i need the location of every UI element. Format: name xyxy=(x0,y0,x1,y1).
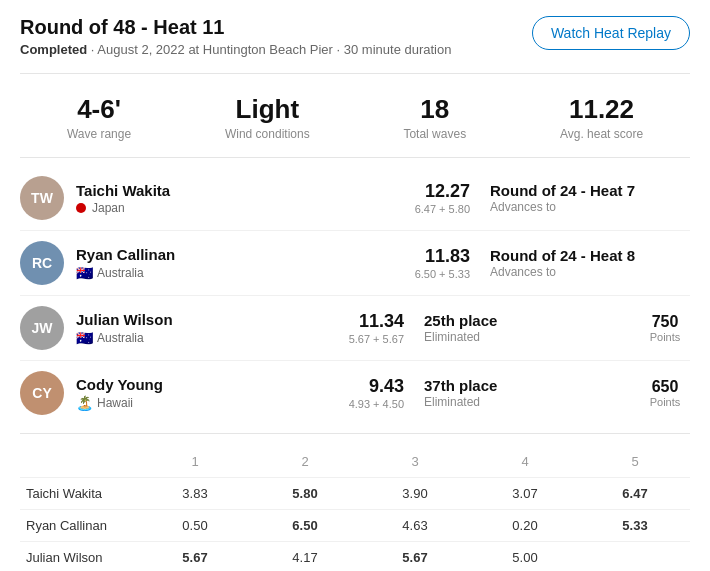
avatar: RC xyxy=(20,241,64,285)
competitor-name: Ryan Callinan xyxy=(76,246,390,263)
result-title: Round of 24 - Heat 7 xyxy=(490,182,690,199)
competitors-section: TW Taichi Wakita Japan 12.27 6.47 + 5.80… xyxy=(20,158,690,434)
country-name: Hawaii xyxy=(97,396,133,410)
watch-replay-button[interactable]: Watch Heat Replay xyxy=(532,16,690,50)
table-athlete-name: Julian Wilson xyxy=(20,542,140,572)
result-block: Round of 24 - Heat 8 Advances to xyxy=(490,247,690,279)
stat-value: 11.22 xyxy=(560,94,643,125)
status-badge: Completed xyxy=(20,42,87,57)
stat-item: 4-6' Wave range xyxy=(67,94,131,141)
page-title: Round of 48 - Heat 11 xyxy=(20,16,451,39)
result-block: 25th place Eliminated xyxy=(424,312,624,344)
points-block: 650 Points xyxy=(640,378,690,408)
table-athlete-name: Ryan Callinan xyxy=(20,510,140,542)
result-subtitle: Eliminated xyxy=(424,330,624,344)
result-subtitle: Advances to xyxy=(490,265,690,279)
table-score-cell: 6.47 xyxy=(580,478,690,510)
table-athlete-name: Taichi Wakita xyxy=(20,478,140,510)
country-dot xyxy=(76,203,86,213)
stat-item: 18 Total waves xyxy=(403,94,466,141)
table-score-cell xyxy=(580,542,690,572)
table-score-cell: 0.50 xyxy=(140,510,250,542)
result-subtitle: Advances to xyxy=(490,200,690,214)
competitor-name: Julian Wilson xyxy=(76,311,324,328)
competitor-name: Cody Young xyxy=(76,376,324,393)
points-block: 750 Points xyxy=(640,313,690,343)
table-name-header xyxy=(20,450,140,478)
main-score: 9.43 xyxy=(324,376,404,397)
competitor-row: JW Julian Wilson 🇦🇺 Australia 11.34 5.67… xyxy=(20,296,690,361)
sub-score: 4.93 + 4.50 xyxy=(324,398,404,410)
table-score-cell: 5.00 xyxy=(470,542,580,572)
competitor-row: RC Ryan Callinan 🇦🇺 Australia 11.83 6.50… xyxy=(20,231,690,296)
result-title: Round of 24 - Heat 8 xyxy=(490,247,690,264)
country-name: Australia xyxy=(97,266,144,280)
event-details: · August 2, 2022 at Huntington Beach Pie… xyxy=(91,42,452,57)
avatar: JW xyxy=(20,306,64,350)
stat-value: Light xyxy=(225,94,310,125)
table-score-cell: 5.33 xyxy=(580,510,690,542)
table-row: Ryan Callinan0.506.504.630.205.33 xyxy=(20,510,690,542)
competitor-info: Julian Wilson 🇦🇺 Australia xyxy=(76,311,324,346)
table-score-cell: 5.67 xyxy=(140,542,250,572)
stat-label: Wave range xyxy=(67,127,131,141)
table-score-cell: 0.20 xyxy=(470,510,580,542)
stat-label: Wind conditions xyxy=(225,127,310,141)
table-score-cell: 5.80 xyxy=(250,478,360,510)
competitor-score-block: 11.83 6.50 + 5.33 xyxy=(390,246,470,280)
title-block: Round of 48 - Heat 11 Completed · August… xyxy=(20,16,451,57)
result-block: Round of 24 - Heat 7 Advances to xyxy=(490,182,690,214)
stat-value: 4-6' xyxy=(67,94,131,125)
competitor-country: 🇦🇺 Australia xyxy=(76,330,324,346)
avatar: TW xyxy=(20,176,64,220)
competitor-country: Japan xyxy=(76,201,390,215)
stat-item: Light Wind conditions xyxy=(225,94,310,141)
competitor-country: 🇦🇺 Australia xyxy=(76,265,390,281)
table-score-cell: 6.50 xyxy=(250,510,360,542)
flag-icon: 🏝️ xyxy=(76,395,93,411)
table-row: Julian Wilson5.674.175.675.00 xyxy=(20,542,690,572)
table-score-cell: 3.83 xyxy=(140,478,250,510)
country-name: Australia xyxy=(97,331,144,345)
table-wave-header: 3 xyxy=(360,450,470,478)
competitor-score-block: 9.43 4.93 + 4.50 xyxy=(324,376,404,410)
stat-label: Avg. heat score xyxy=(560,127,643,141)
competitor-info: Cody Young 🏝️ Hawaii xyxy=(76,376,324,411)
result-title: 37th place xyxy=(424,377,624,394)
stat-item: 11.22 Avg. heat score xyxy=(560,94,643,141)
result-block: 37th place Eliminated xyxy=(424,377,624,409)
table-wave-header: 2 xyxy=(250,450,360,478)
competitor-score-block: 11.34 5.67 + 5.67 xyxy=(324,311,404,345)
stat-label: Total waves xyxy=(403,127,466,141)
sub-score: 5.67 + 5.67 xyxy=(324,333,404,345)
main-score: 11.34 xyxy=(324,311,404,332)
country-name: Japan xyxy=(92,201,125,215)
main-score: 12.27 xyxy=(390,181,470,202)
table-row: Taichi Wakita3.835.803.903.076.47 xyxy=(20,478,690,510)
flag-icon: 🇦🇺 xyxy=(76,265,93,281)
header-section: Round of 48 - Heat 11 Completed · August… xyxy=(20,16,690,74)
table-score-cell: 3.07 xyxy=(470,478,580,510)
competitor-score-block: 12.27 6.47 + 5.80 xyxy=(390,181,470,215)
points-label: Points xyxy=(640,396,690,408)
sub-score: 6.50 + 5.33 xyxy=(390,268,470,280)
stats-row: 4-6' Wave range Light Wind conditions 18… xyxy=(20,74,690,158)
competitor-row: TW Taichi Wakita Japan 12.27 6.47 + 5.80… xyxy=(20,166,690,231)
competitor-row: CY Cody Young 🏝️ Hawaii 9.43 4.93 + 4.50… xyxy=(20,361,690,425)
competitor-info: Ryan Callinan 🇦🇺 Australia xyxy=(76,246,390,281)
table-wave-header: 5 xyxy=(580,450,690,478)
stat-value: 18 xyxy=(403,94,466,125)
subtitle: Completed · August 2, 2022 at Huntington… xyxy=(20,42,451,57)
competitor-country: 🏝️ Hawaii xyxy=(76,395,324,411)
table-score-cell: 3.90 xyxy=(360,478,470,510)
points-value: 650 xyxy=(640,378,690,396)
flag-icon: 🇦🇺 xyxy=(76,330,93,346)
result-subtitle: Eliminated xyxy=(424,395,624,409)
competitor-info: Taichi Wakita Japan xyxy=(76,182,390,215)
table-score-cell: 4.63 xyxy=(360,510,470,542)
table-wave-header: 1 xyxy=(140,450,250,478)
points-value: 750 xyxy=(640,313,690,331)
table-score-cell: 4.17 xyxy=(250,542,360,572)
competitor-name: Taichi Wakita xyxy=(76,182,390,199)
score-table-section: 12345Taichi Wakita3.835.803.903.076.47Ry… xyxy=(20,434,690,571)
